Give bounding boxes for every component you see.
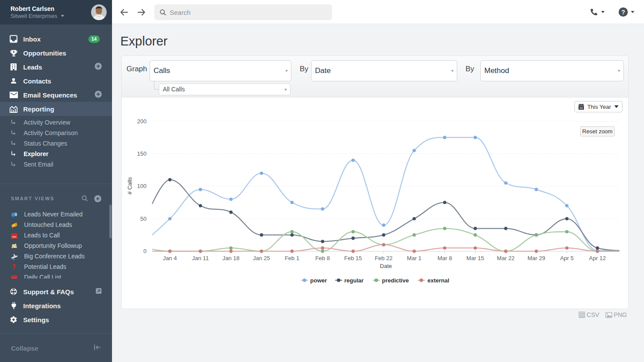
svg-text:Date: Date [380, 263, 392, 269]
svg-text:Mar 1: Mar 1 [407, 255, 421, 261]
svg-text:50: 50 [140, 216, 147, 222]
svg-text:regular: regular [344, 277, 364, 284]
svg-text:Jan 25: Jan 25 [253, 255, 270, 261]
svg-text:?: ? [621, 9, 625, 16]
svg-text:Mar 22: Mar 22 [497, 255, 514, 261]
svg-text:Feb 1: Feb 1 [285, 255, 299, 261]
svg-text:Feb 8: Feb 8 [315, 255, 330, 261]
svg-text:external: external [427, 277, 449, 284]
svg-text:Jan 18: Jan 18 [222, 255, 239, 261]
svg-text:100: 100 [137, 183, 147, 189]
svg-text:Apr 12: Apr 12 [589, 255, 606, 261]
svg-text:Mar 8: Mar 8 [438, 255, 452, 261]
svg-text:Mar 15: Mar 15 [466, 255, 484, 261]
svg-text:Jan 11: Jan 11 [192, 255, 209, 261]
svg-text:Apr 5: Apr 5 [560, 255, 574, 261]
svg-text:Feb 22: Feb 22 [375, 255, 392, 261]
svg-text:power: power [310, 277, 327, 284]
svg-text:200: 200 [137, 118, 147, 125]
svg-text:# Calls: # Calls [126, 177, 133, 195]
svg-text:predictive: predictive [382, 277, 409, 284]
svg-text:Mar 29: Mar 29 [528, 255, 545, 261]
svg-text:0: 0 [144, 248, 147, 254]
svg-text:Feb 15: Feb 15 [344, 255, 362, 261]
svg-text:150: 150 [137, 150, 147, 157]
svg-text:Jan 4: Jan 4 [163, 255, 177, 261]
